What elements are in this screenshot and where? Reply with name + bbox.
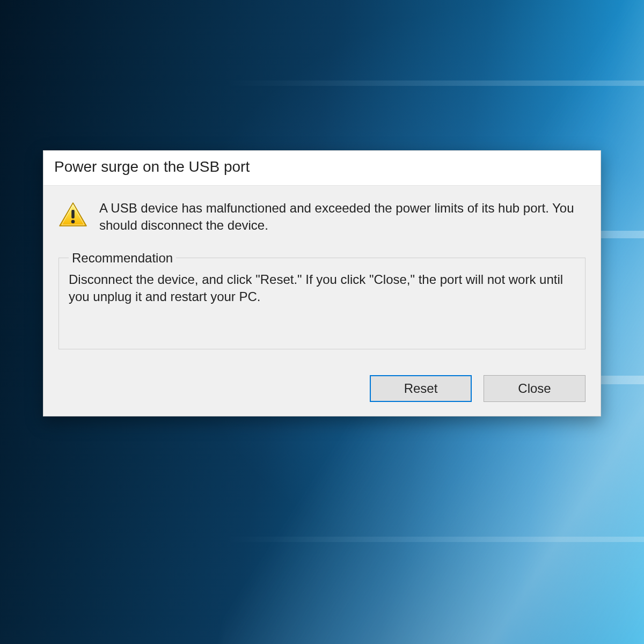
svg-rect-2	[71, 210, 75, 218]
dialog-message: A USB device has malfunctioned and excee…	[99, 200, 586, 235]
close-button[interactable]: Close	[484, 375, 586, 402]
svg-point-3	[71, 220, 75, 224]
recommendation-group: Recommendation Disconnect the device, an…	[58, 251, 586, 349]
reset-button[interactable]: Reset	[370, 375, 472, 402]
usb-power-surge-dialog: Power surge on the USB port	[43, 150, 601, 416]
recommendation-text: Disconnect the device, and click "Reset.…	[69, 271, 575, 306]
dialog-title: Power surge on the USB port	[43, 151, 601, 185]
desktop-wallpaper: Power surge on the USB port	[0, 0, 644, 644]
dialog-button-row: Reset Close	[58, 375, 586, 405]
dialog-body: A USB device has malfunctioned and excee…	[43, 185, 601, 416]
dialog-message-row: A USB device has malfunctioned and excee…	[58, 200, 586, 235]
warning-icon	[58, 202, 87, 228]
recommendation-label: Recommendation	[69, 251, 176, 266]
